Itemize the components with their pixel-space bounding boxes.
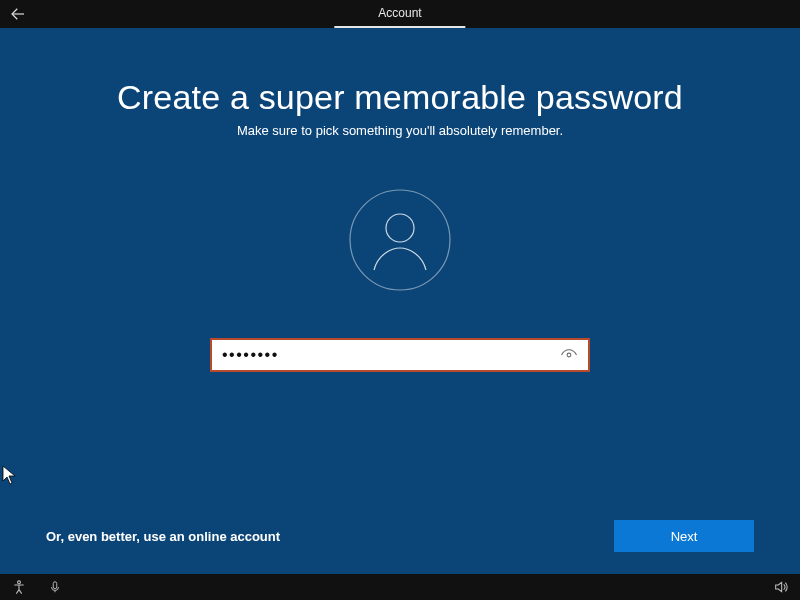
back-button[interactable] <box>0 0 36 28</box>
use-online-account-link[interactable]: Or, even better, use an online account <box>46 529 280 544</box>
footer-row: Or, even better, use an online account N… <box>46 518 754 554</box>
next-button[interactable]: Next <box>614 520 754 552</box>
eye-icon <box>560 346 578 364</box>
setup-panel: Create a super memorable password Make s… <box>0 28 800 574</box>
password-mask: •••••••• <box>222 347 558 363</box>
user-icon <box>348 188 452 292</box>
accessibility-icon <box>11 579 27 595</box>
svg-rect-4 <box>53 582 57 589</box>
speaker-icon <box>772 579 790 595</box>
ease-of-access-button[interactable] <box>10 578 28 596</box>
cortana-mic-button[interactable] <box>46 578 64 596</box>
svg-point-3 <box>18 581 21 584</box>
svg-point-2 <box>567 353 571 357</box>
page-title: Create a super memorable password <box>117 78 683 117</box>
titlebar: Account <box>0 0 800 28</box>
avatar <box>348 188 452 292</box>
volume-button[interactable] <box>772 578 790 596</box>
microphone-icon <box>48 579 62 595</box>
reveal-password-button[interactable] <box>558 344 580 366</box>
svg-point-1 <box>386 214 414 242</box>
page-subtitle: Make sure to pick something you'll absol… <box>237 123 563 138</box>
oobe-taskbar <box>0 574 800 600</box>
back-arrow-icon <box>9 5 27 23</box>
svg-point-0 <box>350 190 450 290</box>
breadcrumb-tab[interactable]: Account <box>334 0 465 28</box>
password-input[interactable]: •••••••• <box>210 338 590 372</box>
